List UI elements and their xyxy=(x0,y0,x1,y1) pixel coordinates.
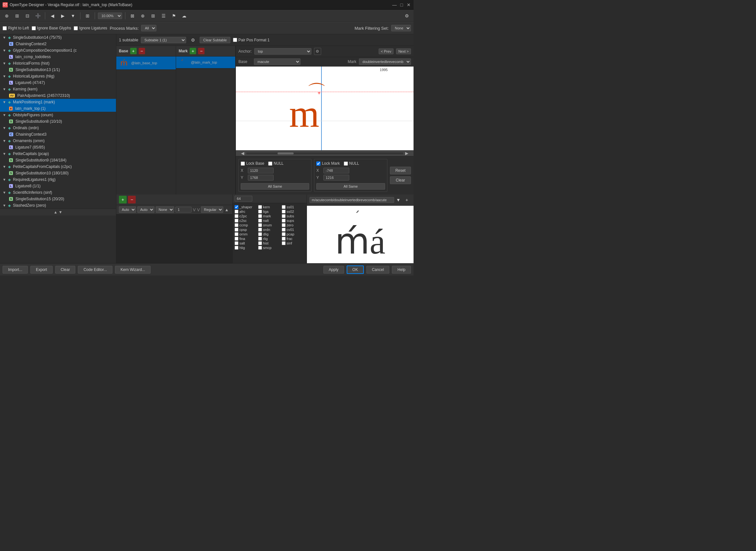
ignore-ligatures-input[interactable] xyxy=(74,26,78,30)
clear-small-btn[interactable]: Clear xyxy=(390,176,411,184)
tree-item[interactable]: ▼ ◆ GlyphCompositionDecomposition1 (c xyxy=(0,47,116,54)
feature-nalt[interactable]: nalt xyxy=(258,219,281,222)
null-base-checkbox[interactable]: NULL xyxy=(268,161,284,166)
feature-mark[interactable]: mark xyxy=(258,214,281,218)
close-btn[interactable]: ✕ xyxy=(406,3,411,7)
add-lookup-btn[interactable]: ➕ xyxy=(34,12,42,20)
bottom-select-3[interactable]: None xyxy=(156,206,174,213)
mark-glyph-select[interactable]: doubleinvertedbrevecomb xyxy=(359,58,411,65)
ignore-ligatures-checkbox[interactable]: Ignore Ligatures xyxy=(74,26,107,30)
tool-btn-2[interactable]: ⊞ xyxy=(13,12,21,20)
feature-cpsp[interactable]: cpsp xyxy=(235,228,258,231)
code-editor-btn[interactable]: Code Editor... xyxy=(78,266,112,273)
tree-item[interactable]: L latn_ccmp_todotless xyxy=(0,54,116,60)
feature-afrc[interactable]: afrc xyxy=(235,209,258,213)
anchor-settings-btn[interactable]: ⚙ xyxy=(314,48,321,55)
tree-item[interactable]: ▼ ◆ OldstyleFigures (onum) xyxy=(0,112,116,118)
all-same-mark-btn[interactable]: All Same xyxy=(316,183,385,189)
clear-btn[interactable]: Clear xyxy=(55,266,76,273)
scroll-left-btn[interactable]: ◀ xyxy=(241,151,244,156)
base-glyph-item[interactable]: ḿ @latn_base_top xyxy=(116,56,176,70)
base-add-btn[interactable]: + xyxy=(130,48,137,54)
tree-item[interactable]: S SingleSubstitution15 (20/20) xyxy=(0,196,116,202)
base-y-input[interactable] xyxy=(248,175,274,180)
settings-btn[interactable]: ⚙ xyxy=(403,12,411,20)
right-to-left-checkbox[interactable]: Right to Left xyxy=(3,26,29,30)
feature-kern[interactable]: kern xyxy=(258,205,281,209)
mark-glyph-item[interactable]: ́ @latn_mark_top xyxy=(176,56,235,68)
tree-item[interactable]: ▼ ◆ Ordinals (ordn) xyxy=(0,125,116,131)
mark-y-input[interactable] xyxy=(323,175,349,180)
maximize-btn[interactable]: □ xyxy=(399,3,404,7)
tree-item[interactable]: ▼ ◆ Ornaments (ornm) xyxy=(0,138,116,144)
prev-btn[interactable]: < Prev xyxy=(379,48,393,54)
tree-item[interactable]: S SingleSubstitution9 (184/184) xyxy=(0,157,116,163)
reset-btn[interactable]: Reset xyxy=(390,167,411,174)
path-add-btn[interactable]: + xyxy=(403,196,411,204)
subtable-select[interactable]: Subtable 1 (1) xyxy=(141,37,186,43)
feature-ordn[interactable]: ordn xyxy=(258,228,281,231)
feature-num-input[interactable] xyxy=(235,196,252,201)
h-scroll-thumb[interactable] xyxy=(278,152,294,154)
lock-mark-checkbox[interactable]: Lock Mark xyxy=(316,161,340,166)
pair-pos-checkbox[interactable]: Pair Pos Format 1 xyxy=(233,38,270,42)
bottom-style-select[interactable]: Regular xyxy=(201,206,223,213)
bottom-remove-btn[interactable]: − xyxy=(128,196,136,203)
null-base-input[interactable] xyxy=(268,161,272,166)
feature-liga[interactable]: liga xyxy=(258,209,281,213)
next-btn[interactable]: Next > xyxy=(396,48,411,54)
anchor-select[interactable]: top xyxy=(254,48,311,55)
feature-c2pc[interactable]: c2pc xyxy=(235,214,258,218)
scroll-right-btn[interactable]: ▶ xyxy=(405,151,408,156)
tree-item[interactable]: C ChainingContext2 xyxy=(0,41,116,47)
kern-wizard-btn[interactable]: Kern Wizard... xyxy=(115,266,150,273)
tree-item[interactable]: S SingleSubstitution8 (10/10) xyxy=(0,118,116,125)
clear-subtable-btn[interactable]: Clear Subtable xyxy=(200,37,230,43)
flag-btn[interactable]: ⚑ xyxy=(169,12,178,20)
tree-item[interactable]: e latn_mark_top (1) xyxy=(0,105,116,112)
bottom-select-1[interactable]: Auto xyxy=(119,206,136,213)
feature-salt[interactable]: salt xyxy=(235,241,258,245)
null-mark-input[interactable] xyxy=(344,161,348,166)
null-mark-checkbox[interactable]: NULL xyxy=(344,161,359,166)
lock-base-checkbox[interactable]: Lock Base xyxy=(241,161,264,166)
tree-item[interactable]: ▼ ◆ MarkPositioning1 (mark) xyxy=(0,99,116,105)
target-btn[interactable]: ⊕ xyxy=(138,12,147,20)
right-to-left-input[interactable] xyxy=(3,26,7,30)
process-marks-select[interactable]: All xyxy=(141,25,156,31)
tree-item[interactable]: ▼ ◆ SingleSubstitution14 (75/75) xyxy=(0,34,116,41)
tree-item[interactable]: L Ligature6 (47/47) xyxy=(0,79,116,86)
cancel-btn[interactable]: Cancel xyxy=(366,266,389,273)
feature-zero[interactable]: zero xyxy=(282,223,305,227)
feature-ornm[interactable]: ornm xyxy=(235,232,258,236)
feature-ss01[interactable]: ss01 xyxy=(282,205,305,209)
lock-base-input[interactable] xyxy=(241,161,245,166)
nav-down-btn[interactable]: ▼ xyxy=(69,12,77,20)
bottom-select-2[interactable]: Auto xyxy=(137,206,154,213)
feature-frac[interactable]: frac xyxy=(282,237,305,240)
base-glyph-select[interactable]: macute xyxy=(254,58,301,65)
mark-x-input[interactable] xyxy=(323,168,349,173)
feature-ss02[interactable]: ss02 xyxy=(282,209,305,213)
import-btn[interactable]: Import... xyxy=(3,266,28,273)
ok-btn[interactable]: OK xyxy=(347,265,364,274)
feature-c2sc[interactable]: c2sc xyxy=(235,219,258,222)
ignore-base-glyphs-checkbox[interactable]: Ignore Base Glyphs xyxy=(32,26,71,30)
cloud-btn[interactable]: ☁ xyxy=(180,12,188,20)
base-remove-btn[interactable]: − xyxy=(138,48,145,54)
grid-btn[interactable]: ⊞ xyxy=(149,12,157,20)
tree-item[interactable]: S SingleSubstitution13 (1/1) xyxy=(0,66,116,73)
tree-item[interactable]: AV PairAdjustment1 (2457/72310) xyxy=(0,92,116,99)
tree-item[interactable]: ▼ ◆ HistoricalForms (hist) xyxy=(0,60,116,66)
tree-item[interactable]: ▼ ◆ RequiredLigatures1 (rlig) xyxy=(0,176,116,183)
feature-sups[interactable]: sups xyxy=(282,219,305,222)
bottom-num-1[interactable] xyxy=(175,207,192,212)
nav-fwd-btn[interactable]: ▶ xyxy=(58,12,67,20)
feature-dlig[interactable]: dlig xyxy=(258,232,281,236)
tree-item[interactable]: C ChainingContext3 xyxy=(0,131,116,138)
feature-fina[interactable]: fina xyxy=(235,237,258,240)
tree-item[interactable]: L Ligature8 (1/1) xyxy=(0,183,116,189)
feature-subs[interactable]: subs xyxy=(282,214,305,218)
tree-item[interactable]: ▼ ◆ SlashedZero (zero) xyxy=(0,202,116,209)
feature-onum[interactable]: onum xyxy=(258,223,281,227)
